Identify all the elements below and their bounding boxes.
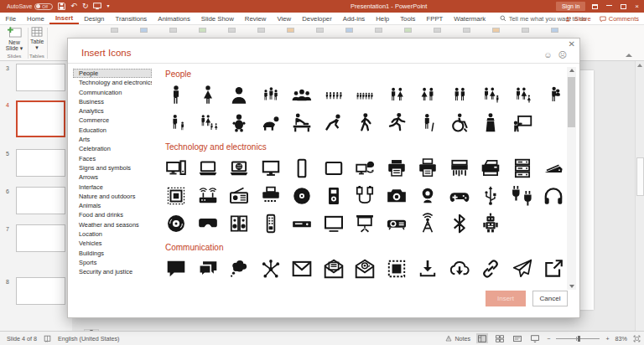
scroll-up-icon[interactable] bbox=[637, 64, 642, 67]
customize-qat-icon[interactable]: ▾ bbox=[106, 3, 109, 10]
tab-add-ins[interactable]: Add-ins bbox=[337, 13, 370, 24]
crowd-2-icon[interactable] bbox=[354, 85, 376, 106]
family-child-2-icon[interactable] bbox=[512, 85, 533, 106]
comments-button[interactable]: Comments bbox=[600, 15, 639, 23]
tab-review[interactable]: Review bbox=[239, 13, 272, 24]
usb-symbol-icon[interactable] bbox=[480, 185, 501, 207]
redo-icon[interactable]: ↻ bbox=[82, 3, 89, 10]
slide-thumbnail-8[interactable] bbox=[16, 277, 65, 305]
autosave-toggle[interactable]: AutoSave Off bbox=[7, 3, 53, 10]
category-weather-and-seasons[interactable]: Weather and seasons bbox=[73, 220, 152, 229]
close-window-icon[interactable]: × bbox=[635, 3, 639, 10]
vinyl-record-icon[interactable] bbox=[165, 213, 187, 234]
media-player-icon[interactable] bbox=[323, 185, 345, 207]
copier-icon[interactable] bbox=[480, 157, 501, 179]
radio-icon[interactable] bbox=[228, 185, 250, 207]
tab-insert[interactable]: Insert bbox=[49, 13, 78, 24]
slide-thumbnail-5[interactable] bbox=[16, 149, 65, 177]
table-button[interactable]: Table▾ bbox=[30, 27, 44, 51]
couple-3-icon[interactable] bbox=[449, 85, 470, 106]
category-nature-and-outdoors[interactable]: Nature and outdoors bbox=[73, 192, 152, 201]
download-icon[interactable] bbox=[417, 258, 439, 280]
robot-icon[interactable] bbox=[480, 213, 501, 234]
remote-control-icon[interactable] bbox=[260, 213, 282, 234]
server-icon[interactable] bbox=[512, 157, 533, 179]
zoom-out-button[interactable]: − bbox=[547, 335, 550, 342]
presenter-icon[interactable] bbox=[512, 112, 533, 134]
baby-icon[interactable] bbox=[228, 112, 250, 134]
family-icon[interactable] bbox=[197, 112, 219, 134]
feedback-frown-icon[interactable]: ☹ bbox=[558, 50, 567, 59]
parent-baby-icon[interactable] bbox=[543, 85, 564, 106]
tablet-icon[interactable] bbox=[323, 157, 345, 179]
envelope-icon[interactable] bbox=[291, 258, 313, 280]
category-education[interactable]: Education bbox=[73, 126, 152, 135]
crowd-icon[interactable] bbox=[323, 85, 345, 106]
zoom-in-button[interactable]: + bbox=[605, 335, 609, 342]
webcam-icon[interactable] bbox=[417, 185, 439, 207]
category-analytics[interactable]: Analytics bbox=[73, 106, 152, 116]
desktop-computer-icon[interactable] bbox=[165, 157, 187, 179]
dialog-scrollbar[interactable] bbox=[567, 67, 576, 290]
slide-sorter-view-button[interactable] bbox=[494, 333, 506, 343]
smartphone-icon[interactable] bbox=[291, 157, 313, 179]
slide-thumbnail-4[interactable] bbox=[16, 100, 65, 137]
category-vehicles[interactable]: Vehicles bbox=[73, 239, 152, 248]
game-controller-icon[interactable] bbox=[449, 185, 470, 207]
stamp-icon[interactable] bbox=[386, 258, 408, 280]
category-interface[interactable]: Interface bbox=[73, 183, 152, 192]
category-commerce[interactable]: Commerce bbox=[73, 116, 152, 125]
baby-change-icon[interactable] bbox=[291, 112, 313, 134]
cpu-chip-icon[interactable] bbox=[165, 185, 187, 207]
tab-design[interactable]: Design bbox=[79, 13, 110, 24]
projection-screen-icon[interactable] bbox=[354, 213, 376, 234]
zoom-slider[interactable] bbox=[556, 338, 600, 339]
radio-tower-icon[interactable] bbox=[417, 213, 439, 234]
printer-paper-icon[interactable] bbox=[417, 157, 439, 179]
thought-cloud-icon[interactable] bbox=[228, 258, 250, 280]
monitor-icon[interactable] bbox=[260, 157, 282, 179]
couple-2-icon[interactable] bbox=[417, 85, 439, 106]
share-export-icon[interactable] bbox=[543, 258, 564, 280]
share-network-icon[interactable] bbox=[260, 258, 282, 280]
envelope-letter-icon[interactable] bbox=[323, 258, 345, 280]
main-scrollbar-thumb[interactable] bbox=[636, 157, 644, 196]
tab-file[interactable]: File bbox=[0, 13, 22, 24]
laptop-globe-icon[interactable] bbox=[228, 157, 250, 179]
tab-developer[interactable]: Developer bbox=[297, 13, 338, 24]
tab-watermark[interactable]: Watermark bbox=[449, 13, 491, 24]
dvd-player-icon[interactable] bbox=[291, 213, 313, 234]
save-icon[interactable] bbox=[58, 3, 65, 10]
tab-animations[interactable]: Animations bbox=[153, 13, 196, 24]
woman-icon[interactable] bbox=[197, 85, 219, 106]
zoom-level[interactable]: 83% bbox=[615, 335, 627, 342]
couple-icon[interactable] bbox=[386, 85, 408, 106]
shredder-icon[interactable] bbox=[449, 157, 470, 179]
category-celebration[interactable]: Celebration bbox=[73, 144, 152, 153]
person-running-icon[interactable] bbox=[386, 112, 408, 134]
tab-home[interactable]: Home bbox=[22, 13, 50, 24]
usb-cable-icon[interactable] bbox=[354, 185, 376, 207]
router-icon[interactable] bbox=[197, 185, 219, 207]
group-icon[interactable] bbox=[260, 85, 282, 106]
speech-bubble-icon[interactable] bbox=[165, 258, 187, 280]
team-icon[interactable] bbox=[291, 85, 313, 106]
start-slideshow-icon[interactable] bbox=[93, 3, 101, 10]
tab-transitions[interactable]: Transitions bbox=[110, 13, 153, 24]
main-scrollbar[interactable] bbox=[635, 61, 644, 331]
scroll-up-icon[interactable] bbox=[569, 69, 574, 72]
person-bending-icon[interactable] bbox=[323, 112, 345, 134]
camera-icon[interactable] bbox=[386, 185, 408, 207]
power-plugs-icon[interactable] bbox=[512, 185, 533, 207]
envelope-at-icon[interactable] bbox=[354, 258, 376, 280]
scroll-down-icon[interactable] bbox=[569, 285, 574, 288]
ribbon-display-options-icon[interactable] bbox=[592, 4, 598, 9]
device-sync-icon[interactable] bbox=[354, 157, 376, 179]
headphones-icon[interactable] bbox=[543, 185, 564, 207]
category-technology-and-electronics[interactable]: Technology and electronics bbox=[73, 78, 152, 87]
slide-thumbnail-6[interactable] bbox=[16, 187, 65, 214]
scanner-icon[interactable] bbox=[543, 157, 564, 179]
zoom-slider-thumb[interactable] bbox=[578, 336, 580, 342]
new-slide-button[interactable]: NewSlide ▾ bbox=[2, 27, 27, 52]
category-signs-and-symbols[interactable]: Signs and symbols bbox=[73, 163, 152, 172]
